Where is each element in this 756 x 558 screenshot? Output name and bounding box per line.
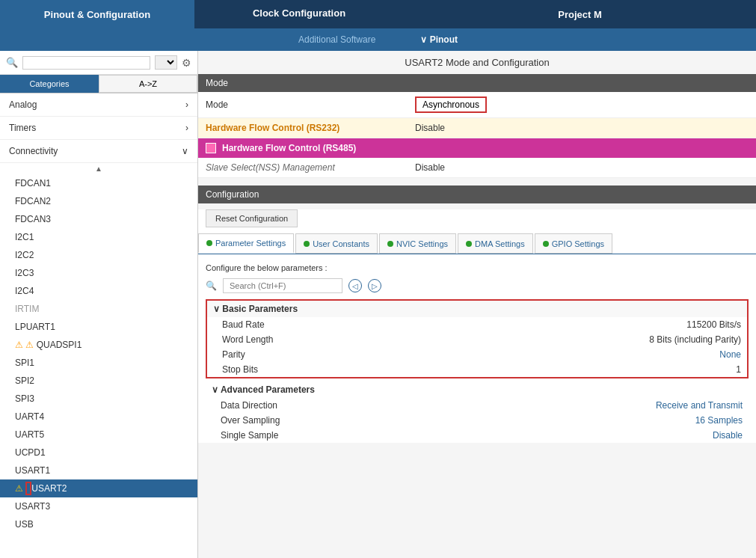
mode-value: Asynchronous — [415, 96, 487, 113]
sidebar-list: Analog › Timers › Connectivity ∨ ▲ FDCAN… — [0, 93, 197, 558]
sidebar-item-spi2[interactable]: SPI2 — [0, 372, 197, 390]
slave-select-label: Slave Select(NSS) Management — [206, 162, 415, 173]
hw-flow-rs232-value: Disable — [415, 123, 445, 133]
sidebar-item-i2c3[interactable]: I2C3 — [0, 264, 197, 282]
param-row-stop-bits: Stop Bits 1 — [207, 362, 747, 377]
sidebar-item-fdcan2[interactable]: FDCAN2 — [0, 192, 197, 210]
chevron-right-icon: › — [185, 123, 188, 133]
mode-label: Mode — [206, 99, 415, 110]
params-search-input[interactable] — [223, 278, 342, 293]
warning-icon: ⚠ — [25, 340, 36, 350]
chevron-right-icon: › — [185, 99, 188, 110]
warning-icon-usart2: ⚠ — [15, 483, 25, 494]
adv-param-row-single-sample: Single Sample Disable — [206, 428, 749, 443]
tab-project-manager[interactable]: Project M — [404, 0, 756, 28]
main-content: 🔍 ⚙ Categories A->Z Analog — [0, 51, 756, 558]
config-section: Reset Configuration Parameter Settings U… — [198, 209, 756, 443]
tab-atoz[interactable]: A->Z — [99, 75, 197, 93]
reset-button-area: Reset Configuration — [206, 209, 749, 227]
hw-flow-rs485-label: Hardware Flow Control (RS485) — [222, 143, 356, 153]
scroll-up-area: ▲ — [0, 163, 197, 174]
hw-flow-rs485-row: Hardware Flow Control (RS485) — [198, 138, 756, 158]
sidebar-item-lpuart1[interactable]: LPUART1 — [0, 318, 197, 336]
scroll-up-arrow[interactable]: ▲ — [95, 165, 102, 173]
tab-pinout-config[interactable]: Pinout & Configuration — [0, 0, 194, 28]
param-row-word-length: Word Length 8 Bits (including Parity) — [207, 332, 747, 347]
parameter-tabs: Parameter Settings User Constants NVIC S… — [198, 233, 756, 254]
nav-prev-button[interactable]: ◁ — [348, 279, 362, 292]
sidebar-item-ucpd1[interactable]: UCPD1 — [0, 444, 197, 462]
tab-user-constants[interactable]: User Constants — [295, 233, 378, 254]
advanced-params-header[interactable]: ∨ Advanced Parameters — [206, 381, 749, 398]
tab-clock-config[interactable]: Clock Configuration — [194, 0, 404, 28]
sidebar-group-analog[interactable]: Analog › — [0, 93, 197, 117]
sidebar-item-usart3[interactable]: USART3 — [0, 497, 197, 515]
sidebar-item-irtim[interactable]: IRTIM — [0, 300, 197, 318]
tab-gpio-settings[interactable]: GPIO Settings — [535, 233, 612, 254]
search-dropdown[interactable] — [155, 55, 177, 70]
sidebar-item-quadspi1[interactable]: ⚠ QUADSPI1 — [0, 336, 197, 354]
reset-configuration-button[interactable]: Reset Configuration — [206, 209, 298, 227]
hw-flow-rs232-row: Hardware Flow Control (RS232) Disable — [198, 118, 756, 138]
nav-additional-software[interactable]: Additional Software — [291, 34, 383, 45]
advanced-params-section: ∨ Advanced Parameters Data Direction Rec… — [206, 381, 749, 443]
gear-icon[interactable]: ⚙ — [182, 57, 191, 69]
mode-section: Mode Asynchronous Hardware Flow Control … — [198, 92, 756, 178]
top-nav: Pinout & Configuration Clock Configurati… — [0, 0, 756, 28]
sidebar-item-spi1[interactable]: SPI1 — [0, 354, 197, 372]
configure-text: Configure the below parameters : — [198, 260, 756, 275]
search-small-icon: 🔍 — [206, 280, 217, 291]
sidebar-group-timers[interactable]: Timers › — [0, 117, 197, 140]
hw-flow-rs232-label: Hardware Flow Control (RS232) — [206, 123, 415, 133]
nav-pinout[interactable]: ∨ Pinout — [413, 34, 465, 45]
sidebar-item-usb[interactable]: USB — [0, 515, 197, 533]
sidebar-item-i2c2[interactable]: I2C2 — [0, 246, 197, 264]
dot-icon — [543, 241, 549, 247]
dot-icon — [466, 241, 472, 247]
tab-dma-settings[interactable]: DMA Settings — [458, 233, 533, 254]
basic-params-header[interactable]: ∨ Basic Parameters — [207, 301, 747, 317]
adv-param-row-over-sampling: Over Sampling 16 Samples — [206, 413, 749, 428]
adv-param-row-data-direction: Data Direction Receive and Transmit — [206, 398, 749, 413]
tab-categories[interactable]: Categories — [0, 75, 99, 93]
search-icon: 🔍 — [6, 57, 18, 68]
sidebar-group-connectivity[interactable]: Connectivity ∨ — [0, 140, 197, 163]
chevron-down-icon: ∨ — [212, 384, 221, 395]
param-row-baud-rate: Baud Rate 115200 Bits/s — [207, 317, 747, 332]
mode-row: Mode Asynchronous — [198, 92, 756, 118]
sidebar: 🔍 ⚙ Categories A->Z Analog — [0, 51, 198, 558]
dot-icon — [304, 241, 310, 247]
params-search-row: 🔍 ◁ ▷ — [198, 275, 756, 296]
category-tabs: Categories A->Z — [0, 75, 197, 93]
nav-next-button[interactable]: ▷ — [368, 279, 381, 292]
dot-icon — [206, 240, 212, 246]
tab-nvic-settings[interactable]: NVIC Settings — [379, 233, 456, 254]
config-section-header: Configuration — [198, 186, 756, 203]
right-panel: USART2 Mode and Configuration Mode Mode … — [198, 51, 756, 558]
sidebar-item-spi3[interactable]: SPI3 — [0, 390, 197, 408]
sidebar-item-uart4[interactable]: UART4 — [0, 408, 197, 426]
secondary-nav: Additional Software ∨ Pinout — [0, 28, 756, 51]
rs485-checkbox[interactable] — [206, 143, 216, 153]
chevron-down-icon: ∨ — [182, 146, 188, 156]
dot-icon — [387, 241, 393, 247]
sidebar-item-i2c4[interactable]: I2C4 — [0, 282, 197, 300]
sidebar-item-uart5[interactable]: UART5 — [0, 426, 197, 444]
sidebar-item-fdcan3[interactable]: FDCAN3 — [0, 210, 197, 228]
sidebar-item-fdcan1[interactable]: FDCAN1 — [0, 174, 197, 192]
tab-parameter-settings[interactable]: Parameter Settings — [198, 233, 294, 254]
slave-select-value: Disable — [415, 162, 445, 173]
basic-params-table: ∨ Basic Parameters Baud Rate 115200 Bits… — [206, 299, 749, 378]
search-bar: 🔍 ⚙ — [0, 51, 197, 75]
sidebar-item-usart2[interactable]: ⚠ USART2 — [0, 479, 197, 497]
panel-title: USART2 Mode and Configuration — [198, 51, 756, 74]
param-row-parity: Parity None — [207, 347, 747, 362]
slave-select-row: Slave Select(NSS) Management Disable — [198, 158, 756, 178]
sidebar-item-usart1[interactable]: USART1 — [0, 462, 197, 479]
sidebar-item-i2c1[interactable]: I2C1 — [0, 228, 197, 246]
search-input[interactable] — [22, 56, 150, 70]
mode-section-header: Mode — [198, 74, 756, 92]
chevron-down-icon: ∨ — [213, 304, 222, 314]
